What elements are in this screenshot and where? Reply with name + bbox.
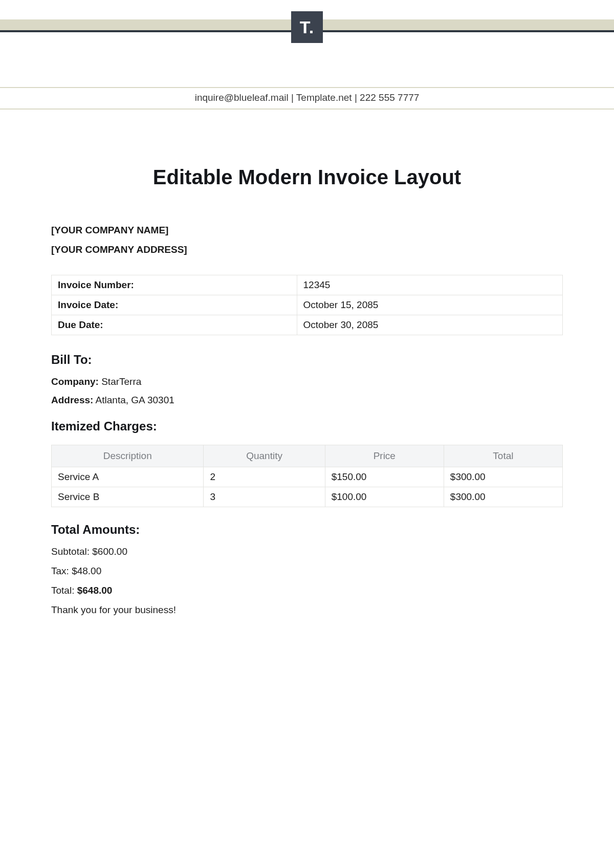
page-title: Editable Modern Invoice Layout: [51, 166, 563, 189]
total-value: $648.00: [77, 585, 113, 596]
table-row: Due Date: October 30, 2085: [52, 315, 563, 335]
table-row: Service A2$150.00$300.00: [52, 467, 563, 487]
items-table: Description Quantity Price Total Service…: [51, 445, 563, 507]
contact-site: Template.net: [296, 92, 352, 103]
cell-total: $300.00: [444, 467, 562, 487]
bill-to-address-value: Atlanta, GA 30301: [96, 395, 174, 405]
cell-qty: 2: [204, 467, 325, 487]
meta-value-invoice-no: 12345: [297, 275, 562, 295]
col-total: Total: [444, 445, 562, 467]
company-name: [YOUR COMPANY NAME]: [51, 225, 563, 236]
separator: |: [291, 92, 296, 103]
tax-label: Tax:: [51, 566, 72, 576]
table-row: Service B3$100.00$300.00: [52, 487, 563, 507]
total-line: Total: $648.00: [51, 585, 563, 596]
table-row: Invoice Date: October 15, 2085: [52, 295, 563, 315]
meta-label-due-date: Due Date:: [52, 315, 297, 335]
subtotal-line: Subtotal: $600.00: [51, 546, 563, 557]
thank-you: Thank you for your business!: [51, 604, 563, 616]
meta-label-invoice-date: Invoice Date:: [52, 295, 297, 315]
bill-to-company: Company: StarTerra: [51, 376, 563, 387]
contact-bar: inquire@blueleaf.mail | Template.net | 2…: [0, 87, 614, 110]
separator: |: [355, 92, 360, 103]
cell-price: $100.00: [325, 487, 444, 507]
meta-value-invoice-date: October 15, 2085: [297, 295, 562, 315]
invoice-meta-table: Invoice Number: 12345 Invoice Date: Octo…: [51, 275, 563, 335]
contact-phone: 222 555 7777: [360, 92, 419, 103]
meta-label-invoice-no: Invoice Number:: [52, 275, 297, 295]
bill-to-address: Address: Atlanta, GA 30301: [51, 395, 563, 406]
meta-value-due-date: October 30, 2085: [297, 315, 562, 335]
subtotal-value: $600.00: [92, 546, 127, 557]
tax-value: $48.00: [72, 566, 101, 576]
logo-badge: T.: [291, 11, 323, 43]
bill-to-company-value: StarTerra: [101, 376, 141, 387]
totals-block: Subtotal: $600.00 Tax: $48.00 Total: $64…: [51, 546, 563, 596]
col-price: Price: [325, 445, 444, 467]
company-address: [YOUR COMPANY ADDRESS]: [51, 244, 563, 255]
subtotal-label: Subtotal:: [51, 546, 92, 557]
bill-to-heading: Bill To:: [51, 353, 563, 367]
cell-desc: Service A: [52, 467, 204, 487]
bill-to-company-label: Company:: [51, 376, 99, 387]
bill-to-address-label: Address:: [51, 395, 93, 405]
cell-qty: 3: [204, 487, 325, 507]
table-row: Invoice Number: 12345: [52, 275, 563, 295]
header-band: T.: [0, 0, 614, 46]
tax-line: Tax: $48.00: [51, 566, 563, 577]
table-header-row: Description Quantity Price Total: [52, 445, 563, 467]
col-quantity: Quantity: [204, 445, 325, 467]
cell-price: $150.00: [325, 467, 444, 487]
items-heading: Itemized Charges:: [51, 419, 563, 433]
cell-desc: Service B: [52, 487, 204, 507]
total-label: Total:: [51, 585, 77, 596]
contact-email: inquire@blueleaf.mail: [195, 92, 289, 103]
cell-total: $300.00: [444, 487, 562, 507]
totals-heading: Total Amounts:: [51, 523, 563, 537]
col-description: Description: [52, 445, 204, 467]
